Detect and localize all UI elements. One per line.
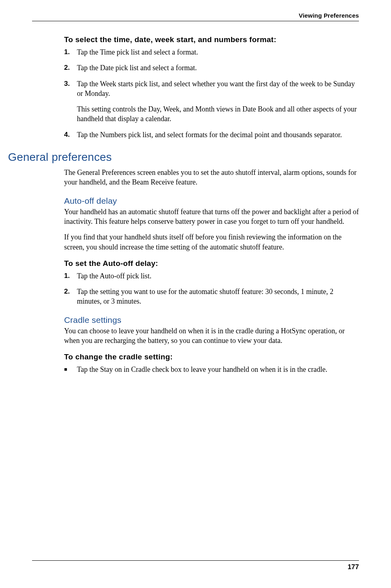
list-number: 2.: [64, 287, 77, 306]
list-subtext: This setting controls the Day, Week, and…: [77, 104, 359, 124]
page-number: 177: [32, 563, 359, 571]
body-paragraph: Your handheld has an automatic shutoff f…: [64, 207, 359, 227]
list-text: Tap the Date pick list and select a form…: [77, 63, 359, 73]
page-footer: 177: [32, 560, 359, 571]
list-text: Tap the Numbers pick list, and select fo…: [77, 130, 359, 140]
list-item: 2. Tap the Date pick list and select a f…: [64, 63, 359, 73]
list-text: Tap the Auto-off pick list.: [77, 271, 359, 281]
body-paragraph: You can choose to leave your handheld on…: [64, 326, 359, 346]
list-item: 2. Tap the setting you want to use for t…: [64, 287, 359, 306]
procedure-heading: To change the cradle setting:: [64, 353, 359, 361]
list-item: 1. Tap the Auto-off pick list.: [64, 271, 359, 281]
list-number: 2.: [64, 63, 77, 73]
body-paragraph: The General Preferences screen enables y…: [64, 168, 359, 187]
header-title: Viewing Preferences: [32, 12, 359, 19]
subsection-heading: Cradle settings: [64, 315, 359, 325]
list-text-main: Tap the Week starts pick list, and selec…: [77, 80, 355, 97]
list-text: Tap the setting you want to use for the …: [77, 287, 359, 306]
list-item: 1. Tap the Time pick list and select a f…: [64, 47, 359, 57]
list-item: 3. Tap the Week starts pick list, and se…: [64, 79, 359, 124]
subsection-heading: Auto-off delay: [64, 196, 359, 206]
list-item: ■ Tap the Stay on in Cradle check box to…: [64, 365, 359, 374]
list-text: Tap the Stay on in Cradle check box to l…: [77, 365, 359, 374]
body-paragraph: If you find that your handheld shuts its…: [64, 232, 359, 252]
procedure-heading: To set the Auto-off delay:: [64, 259, 359, 268]
list-text: Tap the Time pick list and select a form…: [77, 47, 359, 57]
bullet-icon: ■: [64, 365, 77, 374]
list-number: 4.: [64, 130, 77, 140]
list-number: 1.: [64, 47, 77, 57]
procedure-heading: To select the time, date, week start, an…: [64, 35, 359, 44]
list-item: 4. Tap the Numbers pick list, and select…: [64, 130, 359, 140]
list-number: 1.: [64, 271, 77, 281]
list-number: 3.: [64, 79, 77, 124]
page-header: Viewing Preferences: [32, 12, 359, 21]
section-heading: General preferences: [8, 151, 359, 164]
list-text: Tap the Week starts pick list, and selec…: [77, 79, 359, 124]
